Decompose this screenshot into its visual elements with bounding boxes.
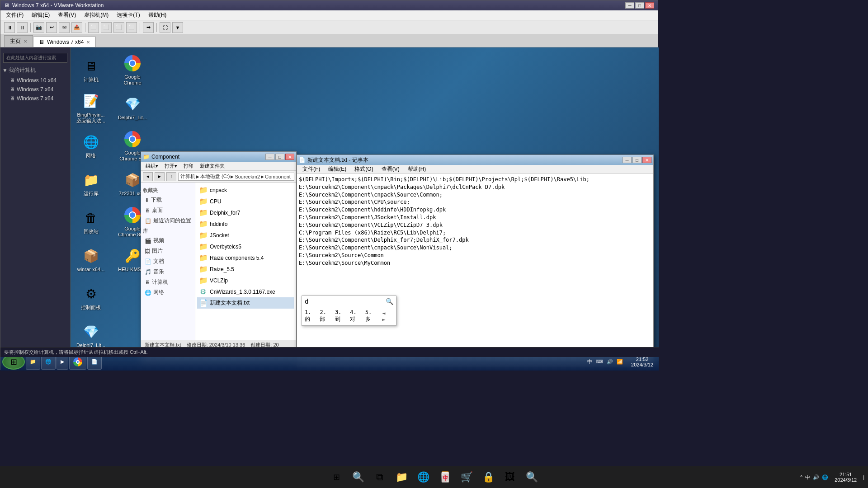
notepad-close-button[interactable]: ✕ (642, 157, 651, 163)
tab-home-close[interactable]: ✕ (24, 39, 27, 44)
menu-view[interactable]: 查看(V) (54, 10, 80, 20)
win11-edge-button[interactable]: 🌐 (414, 468, 432, 486)
toolbar-send3-button[interactable]: ➡ (143, 22, 154, 33)
tray-network[interactable]: 📶 (617, 359, 623, 365)
tab-win7[interactable]: 🖥 Windows 7 x64 ✕ (33, 37, 96, 47)
file-newtxt[interactable]: 📄 新建文本文档.txt (197, 297, 294, 309)
win11-explorer-button[interactable]: 📁 (392, 468, 410, 486)
tab-win7-close[interactable]: ✕ (86, 40, 90, 45)
toolbar-view1-button[interactable]: ⬜ (88, 22, 99, 33)
explorer-menu-open[interactable]: 打开▾ (162, 162, 180, 170)
vmware-close-button[interactable]: ✕ (645, 2, 654, 9)
toolbar-view3-button[interactable]: ⬜ (113, 22, 124, 33)
file-cnwizards[interactable]: ⚙ CnWizards_1.3.0.1167.exe (197, 286, 294, 297)
menu-tab[interactable]: 选项卡(T) (113, 10, 143, 20)
toolbar-fullscreen-button[interactable]: ⛶ (160, 22, 170, 33)
desktop-icon-bingpinyin[interactable]: 📝 BingPinyin...必应输入法... (73, 90, 109, 126)
win11-taskview-button[interactable]: ⧉ (371, 468, 389, 486)
notepad-menu-help[interactable]: 帮助(H) (404, 165, 430, 174)
ime-nav[interactable]: ◄ ► (380, 309, 393, 324)
menu-help[interactable]: 帮助(H) (145, 10, 170, 20)
toolbar-view4-button[interactable]: ⬜ (126, 22, 137, 33)
win7-desktop[interactable]: 在此处键入内容进行搜索 ▼ 我的计算机 🖥 Windows 10 x64 🖥 W… (0, 47, 659, 371)
toolbar-pause2-button[interactable]: ⏸ (17, 22, 28, 33)
ime-candidate-2[interactable]: 2.部 (320, 309, 331, 324)
win11-clock[interactable]: 21:51 2024/3/12 (831, 472, 860, 483)
toolbar-snapshot-button[interactable]: 📷 (33, 22, 44, 33)
sidebar-network[interactable]: 🌐 网络 (141, 287, 195, 298)
win7-clock[interactable]: 21:52 2024/3/12 (627, 357, 657, 367)
win11-tray-expand[interactable]: ^ (800, 474, 802, 480)
ime-candidate-4[interactable]: 4.对 (350, 309, 361, 324)
win11-mahjong-button[interactable]: 🀄 (436, 468, 454, 486)
file-delphix[interactable]: 📁 Delphix_for7 (197, 207, 294, 218)
explorer-menu-newfolder[interactable]: 新建文件夹 (197, 162, 227, 170)
win11-search-button[interactable]: 🔍 (349, 468, 367, 486)
win11-tray-volume[interactable]: 🔊 (813, 474, 819, 480)
file-raize55[interactable]: 📁 Raize_5.5 (197, 263, 294, 275)
vmware-maximize-button[interactable]: □ (635, 2, 644, 9)
tab-home[interactable]: 主页 ✕ (4, 35, 33, 47)
menu-file[interactable]: 文件(F) (2, 10, 27, 20)
win11-tray-network[interactable]: 🌐 (822, 474, 828, 480)
notepad-maximize-button[interactable]: □ (632, 157, 642, 163)
win11-photo-button[interactable]: 🖼 (501, 468, 519, 486)
tray-volume[interactable]: 🔊 (607, 359, 613, 365)
desktop-icon-recycle[interactable]: 🗑 回收站 (73, 204, 109, 240)
explorer-close-button[interactable]: ✕ (285, 154, 294, 160)
desktop-icon-controlpanel[interactable]: ⚙ 控制面板 (73, 280, 109, 316)
sidebar-search[interactable]: 在此处键入内容进行搜索 (3, 53, 67, 63)
win11-security-button[interactable]: 🔒 (479, 468, 497, 486)
ime-candidate-3[interactable]: 3.到 (335, 309, 346, 324)
file-cnpack[interactable]: 📁 cnpack (197, 184, 294, 196)
sidebar-music[interactable]: 🎵 音乐 (141, 267, 195, 277)
win11-search2-button[interactable]: 🔍 (523, 468, 541, 486)
explorer-address-path[interactable]: 计算机 ▶ 本地磁盘 (C:) ▶ Sourcekm2 ▶ Component (178, 173, 294, 181)
sidebar-documents[interactable]: 📄 文档 (141, 256, 195, 267)
ime-candidate-5[interactable]: 5.多 (365, 309, 377, 324)
notepad-minimize-button[interactable]: ─ (623, 157, 632, 163)
file-overbytelcs5[interactable]: 📁 Overbytelcs5 (197, 241, 294, 252)
win11-start-button[interactable]: ⊞ (327, 468, 345, 486)
explorer-menu-print[interactable]: 打印 (181, 162, 196, 170)
notepad-menu-edit[interactable]: 编辑(E) (325, 165, 350, 174)
sidebar-recent[interactable]: 📋 最近访问的位置 (141, 216, 195, 226)
explorer-maximize-button[interactable]: □ (275, 154, 284, 160)
explorer-back-button[interactable]: ◄ (143, 172, 153, 181)
sidebar-download[interactable]: ⬇ 下载 (141, 195, 195, 205)
sidebar-win7-item-2[interactable]: 🖥 Windows 7 x64 (0, 94, 70, 103)
sidebar-my-computer-group[interactable]: ▼ 我的计算机 (0, 65, 70, 76)
win11-show-desktop[interactable]: | (863, 474, 864, 480)
toolbar-pause-button[interactable]: ⏸ (4, 22, 15, 33)
vmware-minimize-button[interactable]: ─ (625, 2, 634, 9)
ime-popup[interactable]: d 🔍 1.的 2.部 3.到 4.对 5.多 ◄ ► (302, 296, 396, 326)
file-raize54[interactable]: 📁 Raize components 5.4 (197, 252, 294, 263)
menu-edit[interactable]: 编辑(E) (28, 10, 53, 20)
sidebar-win7-item-1[interactable]: 🖥 Windows 7 x64 (0, 85, 70, 94)
sidebar-video[interactable]: 🎬 视频 (141, 235, 195, 246)
file-jsocket[interactable]: 📁 JSocket (197, 230, 294, 241)
ime-candidate-1[interactable]: 1.的 (305, 309, 316, 324)
desktop-icon-network[interactable]: 🌐 网络 (73, 128, 109, 164)
toolbar-view2-button[interactable]: ⬜ (101, 22, 112, 33)
sidebar-computer[interactable]: 🖥 计算机 (141, 277, 195, 287)
sidebar-win10-item[interactable]: 🖥 Windows 10 x64 (0, 76, 70, 85)
tray-keyboard[interactable]: ⌨ (596, 359, 603, 365)
file-hddinfo[interactable]: 📁 hddinfo (197, 218, 294, 230)
notepad-menu-format[interactable]: 格式(O) (351, 165, 377, 174)
desktop-icon-winrar[interactable]: 📦 winrar-x64... (73, 242, 109, 278)
toolbar-more-button[interactable]: ▼ (172, 22, 183, 33)
explorer-menu-organize[interactable]: 组织▾ (143, 162, 161, 170)
win11-store-button[interactable]: 🛒 (458, 468, 476, 486)
toolbar-send-button[interactable]: ✉ (59, 22, 70, 33)
toolbar-restore-button[interactable]: ↩ (46, 22, 57, 33)
desktop-icon-delphi7-2[interactable]: 💎 Delphi7_Lit... (114, 90, 151, 126)
notepad-menu-view[interactable]: 查看(V) (378, 165, 403, 174)
desktop-icon-chrome1[interactable]: GoogleChrome (114, 52, 151, 88)
file-vclzip[interactable]: 📁 VCLZip (197, 275, 294, 286)
sidebar-pictures[interactable]: 🖼 图片 (141, 246, 195, 256)
tray-ime[interactable]: 中 (587, 358, 592, 365)
desktop-icon-runtime[interactable]: 📁 运行库 (73, 166, 109, 202)
menu-vm[interactable]: 虚拟机(M) (80, 10, 112, 20)
file-cpu[interactable]: 📁 CPU (197, 196, 294, 207)
